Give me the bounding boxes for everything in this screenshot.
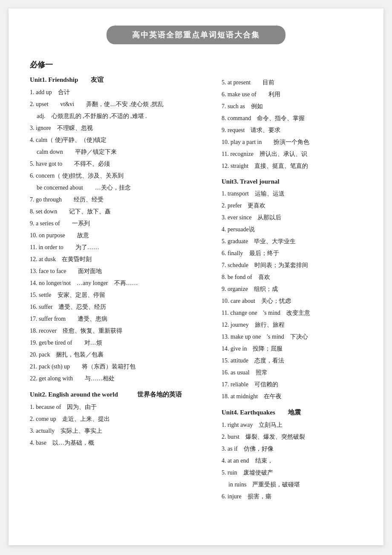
entry-line: adj. 心烦意乱的 ,不舒服的 ,不适的 ,难堪 . — [30, 110, 200, 122]
entry-line: 8. set down 记下、放下、矗 — [30, 206, 200, 218]
entry-line: 22. get along with 与……相处 — [30, 373, 200, 385]
entry-line: 3. ever since 从那以后 — [222, 212, 362, 224]
left-column: 必修一 Unit1. Friendship 友谊 1. add up 合计 2.… — [30, 57, 209, 503]
entry-line: 1. transport 运输、运送 — [222, 188, 362, 200]
entry-line: 13. make up one 's mind 下决心 — [222, 331, 362, 343]
entry-line: 5. at present 目前 — [222, 77, 362, 89]
entry-line: 3. as if 仿佛，好像 — [222, 443, 362, 455]
entry-line: in ruins 严重受损，破碰堪 — [222, 479, 362, 491]
entry-line: calm down 平静／镇定下来 — [30, 146, 200, 158]
unit1-entries: 1. add up 合计 2. upset vt&vi 弄翻，使…不安 ,使心烦… — [30, 86, 200, 385]
entry-line: 2. come up 走近、上来、提出 — [30, 413, 200, 425]
entry-line: 6. concern（ 使)担忧、涉及、关系到 — [30, 170, 200, 182]
entry-line: 14. no longer/not …any longer 不再…… — [30, 277, 200, 289]
unit3-block: Unit3. Travel journal 1. transport 运输、运送… — [222, 178, 362, 403]
entry-line: 12. at dusk 在黄昏时刻 — [30, 253, 200, 265]
entry-line: 8. command 命令、指令、掌握 — [222, 112, 362, 124]
section-title-left: 必修一 — [30, 60, 200, 70]
entry-line: 16. suffer 遭受、忍受、经历 — [30, 301, 200, 313]
entry-line: 6. finally 最后；终于 — [222, 247, 362, 259]
entry-line: 4. base 以…为基础，概 — [30, 437, 200, 449]
entry-line: 2. burst 爆裂、爆发、突然破裂 — [222, 431, 362, 443]
entry-line: 17. reliable 可信赖的 — [222, 379, 362, 391]
entry-line: 13. face to face 面对面地 — [30, 265, 200, 277]
entry-line: 5. have got to 不得不、必须 — [30, 158, 200, 170]
entry-line: 4. calm（ 使)平静、（使)镇定 — [30, 134, 200, 146]
entry-line: 10. play a part in 扮演一个角色 — [222, 136, 362, 148]
title-bar: 高中英语全部重点单词短语大合集 — [107, 26, 285, 44]
entry-line: 12. journey 旅行、旅程 — [222, 319, 362, 331]
entry-line: 4. persuade说 — [222, 224, 362, 236]
entry-line: 1. add up 合计 — [30, 86, 200, 98]
entry-line: 7. go through 经历、经受 — [30, 194, 200, 206]
entry-line: 3. ignore 不理睬、忽视 — [30, 122, 200, 134]
entry-line: 15. attitude 态度，看法 — [222, 355, 362, 367]
entry-line: 11. in order to 为了…… — [30, 242, 200, 253]
unit4-title: Unit4. Earthquakes 地震 — [222, 408, 362, 417]
entry-line: 8. be fond of 喜欢 — [222, 271, 362, 283]
entry-line: 7. schedule 时间表；为某套排间 — [222, 259, 362, 271]
entry-line: 10. on purpose 故意 — [30, 230, 200, 242]
entry-line: 12. straight 直接、挺直、笔直的 — [222, 160, 362, 172]
unit2-entries: 1. because of 因为、由于 2. come up 走近、上来、提出 … — [30, 401, 200, 449]
entry-line: 10. care about 关心；忧虑 — [222, 295, 362, 307]
entry-line: 18. at midnight 在午夜 — [222, 391, 362, 403]
content-columns: 必修一 Unit1. Friendship 友谊 1. add up 合计 2.… — [30, 57, 362, 503]
entry-line: 1. because of 因为、由于 — [30, 401, 200, 413]
right-column: 5. at present 目前 6. make use of 利用 7. su… — [209, 57, 362, 503]
unit1-title: Unit1. Friendship 友谊 — [30, 76, 200, 84]
entry-line: 14. give in 投降；屈服 — [222, 343, 362, 355]
entry-line: 6. make use of 利用 — [222, 89, 362, 101]
entry-line: 21. pack (sth) up 将（东西）装箱打包 — [30, 361, 200, 373]
entry-line: 20. pack 捆扎，包装／包裹 — [30, 349, 200, 361]
entry-line: 2. prefer 更喜欢 — [222, 200, 362, 212]
entry-line: 2. upset vt&vi 弄翻，使…不安 ,使心烦 ,扰乱 — [30, 98, 200, 110]
page: 高中英语全部重点单词短语大合集 必修一 Unit1. Friendship 友谊… — [9, 9, 383, 545]
entry-line: 18. recover 痊愈、恢复、重新获得 — [30, 325, 200, 337]
page-title: 高中英语全部重点单词短语大合集 — [132, 31, 260, 39]
unit3-title: Unit3. Travel journal — [222, 178, 362, 185]
entry-line: 16. as usual 照常 — [222, 367, 362, 379]
unit4-entries: 1. right away 立刻马上 2. burst 爆裂、爆发、突然破裂 3… — [222, 419, 362, 503]
entry-line: 9. a series of 一系列 — [30, 218, 200, 230]
entry-line: 6. injure 损害，瘍 — [222, 491, 362, 503]
entry-line: 5. ruin 废墟使破产 — [222, 467, 362, 479]
unit4-block: Unit4. Earthquakes 地震 1. right away 立刻马上… — [222, 408, 362, 503]
entry-line: 9. request 请求、要求 — [222, 124, 362, 136]
entry-line: 17. suffer from 遭受、患病 — [30, 313, 200, 325]
entry-line: 11. change one 's mind 改变主意 — [222, 307, 362, 319]
unit2-title: Unit2. English around the world 世界各地的英语 — [30, 391, 200, 399]
entry-line: 15. settle 安家、定居、停留 — [30, 289, 200, 301]
entry-line: 11. recognize 辨认出、承认、识 — [222, 148, 362, 160]
entry-line: 19. get/be tired of 对…烦 — [30, 337, 200, 349]
entry-line: 7. such as 例如 — [222, 101, 362, 112]
entry-line: 4. at an end 结束， — [222, 455, 362, 467]
entry-line: be concerned about …关心，挂念 — [30, 182, 200, 194]
right-unit2-entries: 5. at present 目前 6. make use of 利用 7. su… — [222, 57, 362, 172]
entry-line: 1. right away 立刻马上 — [222, 419, 362, 431]
entry-line: 3. actually 实际上、事实上 — [30, 425, 200, 437]
entry-line: 9. organize 组织；成 — [222, 283, 362, 295]
entry-line: 5. graduate 毕业、大学业生 — [222, 236, 362, 247]
unit3-entries: 1. transport 运输、运送 2. prefer 更喜欢 3. ever… — [222, 188, 362, 403]
